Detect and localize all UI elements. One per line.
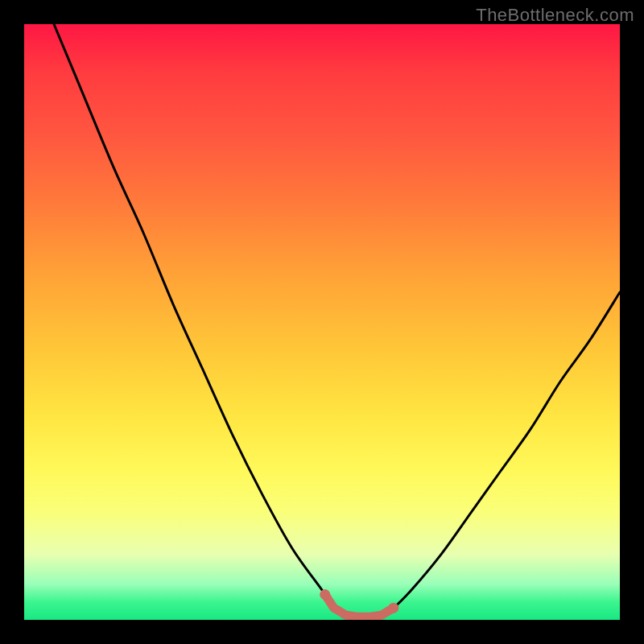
highlight-endpoint [388, 603, 398, 613]
highlight-endpoint [320, 589, 330, 600]
watermark-text: TheBottleneck.com [476, 5, 634, 26]
bottleneck-curve [24, 24, 620, 620]
plot-area [24, 24, 620, 620]
curve-path [54, 24, 620, 617]
highlight-segment [325, 595, 394, 617]
chart-frame: TheBottleneck.com [0, 0, 644, 644]
